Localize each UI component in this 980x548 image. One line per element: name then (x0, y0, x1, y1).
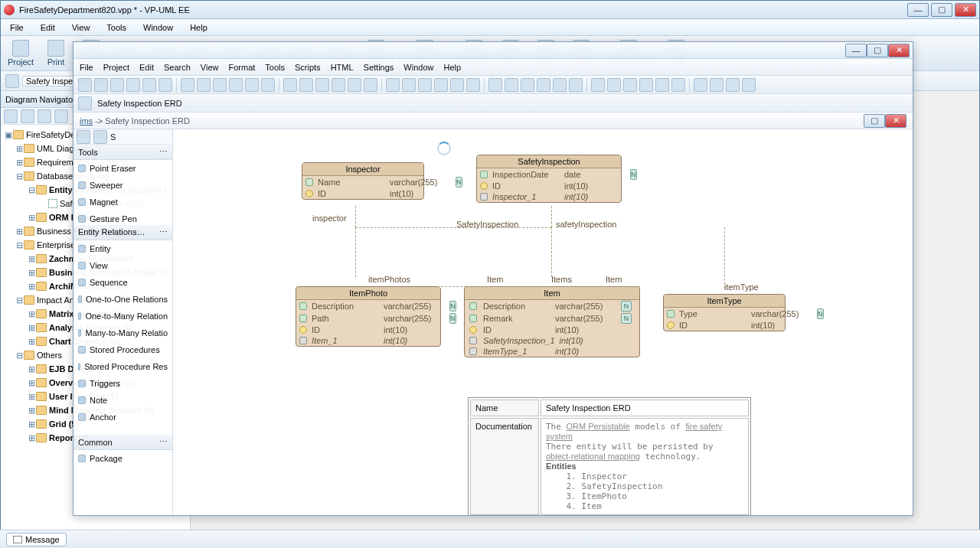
palette-item[interactable]: View (74, 257, 172, 274)
entity-column[interactable]: Pathvarchar(255)N (296, 312, 440, 325)
palette-tools-header[interactable]: Tools (78, 148, 98, 157)
entity-column[interactable]: Descriptionvarchar(255)N (465, 300, 639, 312)
entity-inspector[interactable]: InspectorNamevarchar(255)NIDint(10) (302, 162, 424, 200)
entity-column[interactable]: IDint(10) (465, 325, 639, 335)
toolbar-icon[interactable] (126, 78, 140, 92)
palette-item[interactable]: Magnet (74, 194, 172, 210)
message-button[interactable]: Message (6, 533, 67, 546)
toolbar-icon[interactable] (505, 78, 518, 92)
minimize-button[interactable]: — (907, 3, 929, 17)
toolbar-project[interactable]: Project (5, 40, 36, 67)
palette-item[interactable]: Stored Procedure Res (74, 358, 172, 375)
menu-file[interactable]: File (7, 21, 27, 34)
entity-column[interactable]: Namevarchar(255)N (302, 176, 423, 188)
toolbar-icon[interactable] (607, 78, 621, 92)
toolbar-icon[interactable] (78, 78, 92, 92)
menu-view[interactable]: View (69, 21, 93, 34)
inner-menu-edit[interactable]: Edit (139, 63, 154, 72)
toolbar-icon[interactable] (197, 78, 211, 92)
erd-canvas[interactable]: InspectorNamevarchar(255)NIDint(10)Safet… (173, 129, 913, 515)
toolbar-icon[interactable] (710, 78, 724, 92)
toolbar-icon[interactable] (434, 78, 448, 92)
inner-menu-window[interactable]: Window (403, 63, 433, 72)
toolbar-icon[interactable] (623, 78, 637, 92)
entity-column[interactable]: Typevarchar(255)N (664, 308, 785, 320)
toolbar-icon[interactable] (245, 78, 259, 92)
toolbar-icon[interactable] (488, 78, 502, 92)
toolbar-icon[interactable] (742, 78, 756, 92)
palette-common-header[interactable]: Common (78, 438, 113, 447)
inner-maximize-button[interactable]: ▢ (867, 44, 888, 57)
toolbar-icon[interactable] (213, 78, 227, 92)
toolbar-icon[interactable] (553, 78, 567, 92)
toolbar-icon[interactable] (348, 78, 361, 92)
inner-menu-scripts[interactable]: Scripts (295, 63, 321, 72)
inner-menu-settings[interactable]: Settings (364, 63, 394, 72)
inner-close-button[interactable]: ✕ (888, 44, 910, 57)
toolbar-print[interactable]: Print (41, 40, 71, 67)
toolbar-icon[interactable] (671, 78, 685, 92)
entity-column[interactable]: IDint(10) (302, 188, 423, 199)
inner-minimize-button[interactable]: — (845, 44, 867, 57)
palette-entity-header[interactable]: Entity Relations… (78, 227, 145, 236)
maximize-button[interactable]: ▢ (931, 3, 952, 17)
toolbar-icon[interactable] (332, 78, 345, 92)
inner-menu-html[interactable]: HTML (331, 63, 354, 72)
collapse-icon[interactable]: ⋯ (159, 437, 168, 447)
menu-tools[interactable]: Tools (103, 21, 129, 34)
hand-icon[interactable] (93, 130, 107, 144)
toolbar-icon[interactable] (569, 78, 583, 92)
palette-item[interactable]: One-to-Many Relation (74, 308, 172, 325)
inner-tab-close-button[interactable]: ✕ (885, 114, 906, 128)
entity-column[interactable]: Item_1int(10) (296, 335, 440, 346)
toolbar-icon[interactable] (694, 78, 707, 92)
palette-item[interactable]: One-to-One Relations (74, 291, 172, 308)
entity-column[interactable]: IDint(10) (664, 320, 785, 331)
entity-column[interactable]: InspectionDatedateN (477, 168, 621, 181)
toolbar-icon[interactable] (283, 78, 297, 92)
palette-item[interactable]: Sweeper (74, 177, 172, 194)
nav-icon[interactable] (5, 74, 19, 88)
nav-tool-icon[interactable] (21, 109, 34, 123)
inner-menu-search[interactable]: Search (164, 63, 191, 72)
entity-column[interactable]: Inspector_1int(10) (477, 191, 621, 202)
toolbar-icon[interactable] (655, 78, 669, 92)
palette-item[interactable]: Point Eraser (74, 160, 172, 177)
toolbar-icon[interactable] (591, 78, 605, 92)
toolbar-icon[interactable] (402, 78, 416, 92)
toolbar-icon[interactable] (537, 78, 550, 92)
inner-menu-format[interactable]: Format (228, 63, 255, 72)
palette-item[interactable]: Triggers (74, 375, 172, 392)
toolbar-icon[interactable] (181, 78, 194, 92)
toolbar-icon[interactable] (450, 78, 464, 92)
palette-item[interactable]: Entity (74, 240, 172, 257)
toolbar-icon[interactable] (142, 78, 156, 92)
toolbar-icon[interactable] (386, 78, 400, 92)
toolbar-icon[interactable] (418, 78, 432, 92)
inner-menu-project[interactable]: Project (103, 63, 129, 72)
entity-itemphoto[interactable]: ItemPhotoDescriptionvarchar(255)NPathvar… (296, 286, 441, 347)
entity-column[interactable]: ItemType_1int(10) (465, 346, 639, 357)
palette-item[interactable]: Sequence (74, 274, 172, 291)
toolbar-icon[interactable] (261, 78, 275, 92)
entity-safetyinspection[interactable]: SafetyInspectionInspectionDatedateNIDint… (476, 155, 622, 203)
toolbar-icon[interactable] (110, 78, 124, 92)
nav-tool-icon[interactable] (4, 109, 18, 123)
entity-item[interactable]: ItemDescriptionvarchar(255)NRemarkvarcha… (464, 286, 640, 357)
entity-column[interactable]: SafetyInspection_1int(10) (465, 335, 639, 346)
inner-tab-label[interactable]: Safety Inspection ERD (94, 99, 185, 108)
inner-menu-file[interactable]: File (80, 63, 93, 72)
toolbar-icon[interactable] (158, 78, 172, 92)
palette-item[interactable]: Package (74, 450, 172, 467)
entity-column[interactable]: Remarkvarchar(255)N (465, 312, 639, 325)
collapse-icon[interactable]: ⋯ (159, 147, 168, 157)
toolbar-icon[interactable] (726, 78, 740, 92)
palette-item[interactable]: Gesture Pen (74, 210, 172, 225)
cursor-icon[interactable] (77, 130, 90, 144)
inner-menu-tools[interactable]: Tools (265, 63, 285, 72)
toolbar-icon[interactable] (466, 78, 480, 92)
menu-help[interactable]: Help (187, 21, 211, 34)
entity-column[interactable]: IDint(10) (296, 325, 440, 335)
close-button[interactable]: ✕ (955, 3, 976, 17)
collapse-icon[interactable]: ⋯ (159, 227, 168, 237)
